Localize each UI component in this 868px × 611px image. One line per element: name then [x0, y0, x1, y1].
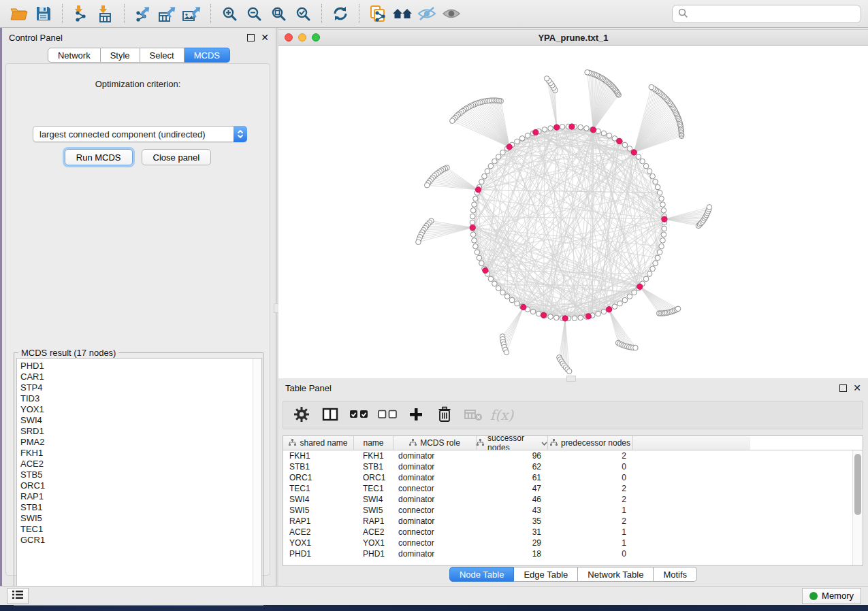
table-row[interactable]: ORC1ORC1dominator610: [283, 472, 852, 483]
save-session-icon[interactable]: [31, 3, 56, 24]
mcds-result-item[interactable]: STB1: [20, 502, 253, 513]
tab-node-table[interactable]: Node Table: [449, 567, 515, 582]
export-network-icon[interactable]: [131, 3, 155, 24]
table-row[interactable]: RAP1RAP1dominator352: [283, 516, 852, 527]
import-network-icon[interactable]: [69, 3, 93, 24]
mcds-result-item[interactable]: STB5: [20, 469, 253, 480]
table-row[interactable]: STB1STB1dominator620: [283, 461, 852, 472]
tab-mcds[interactable]: MCDS: [184, 48, 230, 63]
table-row[interactable]: FKH1FKH1dominator962: [283, 450, 852, 461]
criterion-dropdown[interactable]: largest connected component (undirected): [33, 126, 247, 142]
float-panel-icon[interactable]: [247, 34, 255, 42]
column-header-predecessor-nodes[interactable]: predecessor nodes: [548, 436, 633, 450]
cell-name: ACE2: [354, 527, 393, 537]
add-column-button[interactable]: [404, 405, 428, 425]
memory-button[interactable]: Memory: [802, 588, 861, 604]
table-row[interactable]: SWI4SWI4dominator462: [283, 494, 852, 505]
cell-predecessor-nodes: 1: [548, 538, 633, 548]
open-file-icon[interactable]: [7, 3, 31, 24]
mcds-list-scrollbar[interactable]: [253, 359, 261, 603]
toolbar-separator: [124, 4, 125, 23]
select-all-rows-button[interactable]: [347, 405, 370, 425]
table-row[interactable]: SWI5SWI5connector431: [283, 505, 852, 516]
import-table-icon[interactable]: [93, 3, 118, 24]
cell-predecessor-nodes: 0: [548, 473, 633, 482]
tab-select[interactable]: Select: [140, 48, 184, 63]
table-row[interactable]: PHD1PHD1dominator180: [283, 548, 852, 559]
mcds-result-item[interactable]: SRD1: [20, 426, 253, 437]
mcds-result-item[interactable]: PMA2: [20, 437, 253, 448]
mcds-result-item[interactable]: TEC1: [20, 524, 253, 535]
horizontal-splitter-handle[interactable]: [566, 376, 576, 382]
sort-chevron-icon[interactable]: [541, 438, 547, 448]
show-all-icon[interactable]: [439, 3, 464, 24]
mcds-result-item[interactable]: ACE2: [20, 459, 253, 469]
mcds-result-item[interactable]: SWI4: [20, 415, 253, 426]
column-label: predecessor nodes: [561, 438, 630, 448]
tab-motifs[interactable]: Motifs: [654, 567, 697, 582]
tab-network-table[interactable]: Network Table: [578, 567, 654, 582]
zoom-in-icon[interactable]: [217, 3, 242, 24]
deselect-all-rows-button[interactable]: [376, 405, 399, 425]
tab-network[interactable]: Network: [48, 48, 101, 63]
search-box[interactable]: [672, 5, 861, 23]
table-scrollbar-thumb[interactable]: [854, 454, 861, 515]
column-header-MCDS-role[interactable]: MCDS role: [393, 436, 477, 450]
close-table-panel-icon[interactable]: ✕: [853, 384, 861, 392]
function-builder-button[interactable]: f(x): [490, 405, 513, 425]
float-table-panel-icon[interactable]: [839, 384, 847, 392]
tab-edge-table[interactable]: Edge Table: [514, 567, 578, 582]
task-history-button[interactable]: [7, 588, 29, 604]
close-panel-button[interactable]: Close panel: [142, 149, 212, 165]
cell-MCDS-role: connector: [393, 484, 477, 493]
main-toolbar: [0, 0, 868, 28]
search-input[interactable]: [692, 9, 855, 19]
cell-shared-name: ORC1: [283, 473, 354, 482]
table-row[interactable]: ACE2ACE2connector311: [283, 527, 852, 538]
mcds-result-list[interactable]: PHD1CAR1STP4TID3YOX1SWI4SRD1PMA2FKH1ACE2…: [16, 358, 262, 604]
export-table-icon[interactable]: [155, 3, 180, 24]
gear-icon: [293, 406, 310, 425]
mcds-result-item[interactable]: ORC1: [20, 480, 253, 491]
mcds-result-item[interactable]: FKH1: [20, 448, 253, 459]
delete-table-button[interactable]: [462, 405, 485, 425]
cell-successor-nodes: 43: [477, 506, 548, 515]
cell-successor-nodes: 62: [477, 462, 548, 472]
cell-predecessor-nodes: 0: [548, 462, 633, 472]
cell-shared-name: FKH1: [283, 451, 354, 461]
cell-shared-name: STB1: [283, 462, 354, 472]
mcds-result-item[interactable]: TID3: [20, 393, 253, 404]
mcds-result-item[interactable]: SWI5: [20, 513, 253, 524]
column-label: name: [363, 438, 383, 448]
table-scrollbar[interactable]: [852, 450, 863, 565]
column-header-name[interactable]: name: [354, 436, 393, 450]
mcds-result-item[interactable]: STP4: [20, 382, 253, 393]
tab-style[interactable]: Style: [101, 48, 140, 63]
table-row[interactable]: YOX1YOX1connector291: [283, 538, 852, 548]
run-mcds-button[interactable]: Run MCDS: [65, 149, 133, 165]
mcds-result-item[interactable]: PHD1: [20, 361, 253, 371]
column-visibility-button[interactable]: [319, 405, 342, 425]
export-image-icon[interactable]: [180, 3, 204, 24]
network-home-icon[interactable]: [390, 3, 415, 24]
column-header-successor-nodes[interactable]: successor nodes: [477, 436, 548, 450]
column-header-blank: [633, 436, 750, 450]
mcds-result-item[interactable]: YOX1: [20, 404, 253, 415]
mcds-result-item[interactable]: CAR1: [20, 371, 253, 382]
new-network-from-selection-icon[interactable]: [366, 3, 390, 24]
column-header-shared-name[interactable]: shared name: [283, 436, 354, 450]
refresh-layout-icon[interactable]: [328, 3, 353, 24]
close-panel-icon[interactable]: ✕: [261, 34, 269, 42]
table-settings-button[interactable]: [290, 405, 313, 425]
delete-column-button[interactable]: [433, 405, 456, 425]
zoom-fit-icon[interactable]: [266, 3, 291, 24]
cell-MCDS-role: dominator: [393, 549, 477, 559]
network-graph-canvas[interactable]: [278, 46, 868, 378]
hide-selected-icon[interactable]: [415, 3, 439, 24]
table-row[interactable]: TEC1TEC1connector472: [283, 483, 852, 494]
zoom-out-icon[interactable]: [242, 3, 266, 24]
mcds-result-item[interactable]: GCR1: [20, 535, 253, 546]
mcds-result-item[interactable]: RAP1: [20, 491, 253, 502]
zoom-selected-icon[interactable]: [291, 3, 315, 24]
network-view-titlebar[interactable]: YPA_prune.txt_1: [278, 29, 868, 46]
